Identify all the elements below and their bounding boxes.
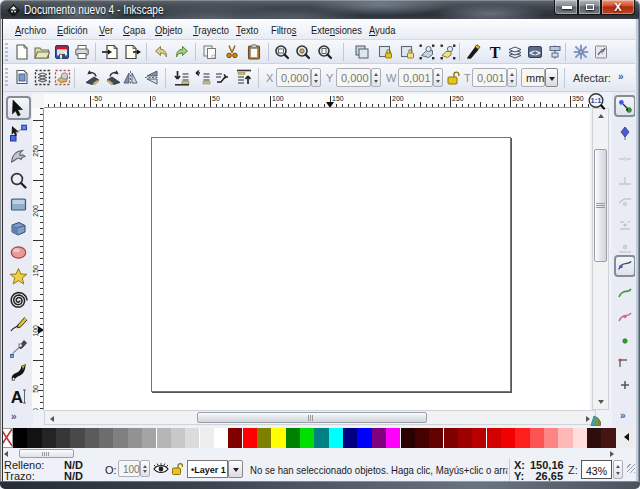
svg-text:350: 350 xyxy=(572,95,584,102)
svg-text:100: 100 xyxy=(32,325,39,337)
svg-text:?: ? xyxy=(600,47,605,56)
svg-text:200: 200 xyxy=(32,205,39,217)
svg-text:50: 50 xyxy=(32,385,39,393)
svg-text:-50: -50 xyxy=(92,95,102,102)
svg-text:200: 200 xyxy=(392,95,404,102)
svg-text:0: 0 xyxy=(32,408,39,410)
svg-text:150: 150 xyxy=(32,265,39,277)
svg-text:50: 50 xyxy=(212,95,220,102)
svg-text:300: 300 xyxy=(512,95,524,102)
svg-text:250: 250 xyxy=(452,95,464,102)
svg-text:100: 100 xyxy=(272,95,284,102)
svg-text:T: T xyxy=(490,44,501,60)
svg-text:<>: <> xyxy=(530,49,541,59)
svg-text:250: 250 xyxy=(32,145,39,157)
svg-text:A: A xyxy=(11,388,23,406)
svg-text:150: 150 xyxy=(332,95,344,102)
svg-text:0: 0 xyxy=(152,95,156,102)
svg-text:1:1: 1:1 xyxy=(591,96,602,105)
